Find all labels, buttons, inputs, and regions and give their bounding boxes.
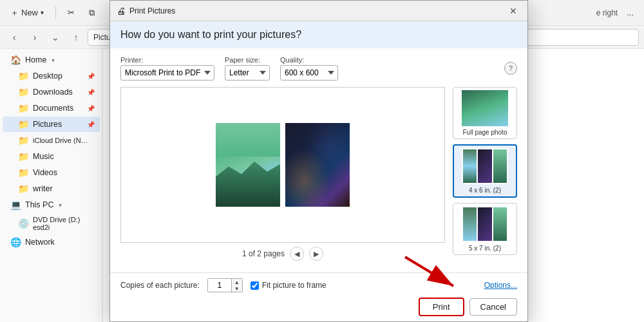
music-icon: 📁: [18, 151, 29, 162]
expand-icon: ▾: [52, 57, 55, 64]
layout-label-full: Full page photo: [463, 129, 507, 136]
home-icon: 🏠: [10, 55, 21, 65]
sidebar-item-music[interactable]: 📁 Music: [3, 149, 100, 164]
network-icon: 🌐: [10, 237, 21, 247]
footer-row2: Print Cancel: [120, 298, 517, 316]
toolbar-sep-1: [55, 6, 56, 19]
thumb-4x6-inner: [463, 149, 507, 183]
copies-label: Copies of each picture:: [120, 281, 200, 290]
new-button[interactable]: ＋ New ▾: [5, 5, 49, 21]
printer-row: Printer: Microsoft Print to PDF Paper si…: [120, 56, 517, 80]
copies-input-wrap: ▲ ▼: [207, 278, 243, 292]
copy-button[interactable]: ⧉: [84, 5, 100, 21]
up-button[interactable]: ↑: [67, 28, 85, 46]
dialog-close-button[interactable]: ✕: [506, 3, 521, 19]
dialog-title: Print Pictures: [129, 6, 175, 15]
sidebar-item-pictures[interactable]: 📁 Pictures 📌: [3, 117, 100, 132]
videos-icon: 📁: [18, 167, 29, 178]
copies-input[interactable]: [208, 279, 231, 292]
layout-option-5x7[interactable]: 5 x 7 in. (2): [453, 203, 517, 255]
dialog-icon: 🖨: [117, 6, 126, 16]
dialog-footer: Copies of each picture: ▲ ▼ Fit picture …: [110, 272, 527, 321]
sidebar-label-desktop: Desktop: [33, 71, 62, 80]
sidebar-item-desktop[interactable]: 📁 Desktop 📌: [3, 68, 100, 84]
sidebar-label-dvd: DVD Drive (D:) esd2i: [33, 216, 95, 231]
preview-images: [209, 117, 356, 213]
sidebar-label-writer: writer: [33, 184, 53, 193]
sidebar-label-pictures: Pictures: [33, 120, 62, 129]
printer-select[interactable]: Microsoft Print to PDF: [120, 65, 214, 80]
help-button[interactable]: ?: [504, 62, 517, 75]
dialog-heading: How do you want to print your pictures?: [120, 29, 301, 40]
sidebar: 🏠 Home ▾ 📁 Desktop 📌 📁 Downloads 📌 📁 Doc…: [0, 49, 103, 322]
thumb-strip-1: [463, 149, 477, 183]
options-link[interactable]: Options...: [484, 281, 517, 290]
desktop-icon: 📁: [18, 71, 29, 81]
sidebar-label-thispc: This PC: [25, 200, 53, 209]
right-label: e right: [596, 8, 618, 17]
sidebar-item-writer[interactable]: 📁 writer: [3, 181, 100, 196]
preview-image-1: [216, 123, 280, 207]
print-dialog: 🖨 Print Pictures ✕ How do you want to pr…: [109, 0, 528, 322]
quality-select[interactable]: 600 x 600: [280, 65, 338, 80]
toolbar-right: e right ...: [596, 5, 639, 20]
layout-label-4x6: 4 x 6 in. (2): [469, 187, 501, 194]
preview-layout: 1 of 2 pages ◀ ▶ Full page photo: [120, 87, 517, 265]
layout-thumb-5x7: [462, 206, 508, 242]
sidebar-item-icloud[interactable]: 📁 iCloud Drive (N…: [3, 133, 100, 148]
page-nav-label: 1 of 2 pages: [242, 249, 285, 258]
back-button[interactable]: ‹: [5, 28, 23, 46]
preview-area: 1 of 2 pages ◀ ▶: [120, 87, 445, 265]
footer-row1: Copies of each picture: ▲ ▼ Fit picture …: [120, 278, 517, 292]
down-button[interactable]: ⌄: [46, 28, 64, 46]
layout-thumb-full: [462, 90, 508, 126]
paper-group: Paper size: Letter: [225, 56, 270, 80]
copies-spin: ▲ ▼: [231, 279, 242, 292]
paper-select[interactable]: Letter: [225, 65, 270, 80]
downloads-icon: 📁: [18, 87, 29, 97]
thumb-5x7-inner: [463, 207, 507, 241]
preview-page: [120, 87, 445, 243]
prev-page-button[interactable]: ◀: [290, 247, 304, 261]
printer-label: Printer:: [120, 56, 214, 64]
print-button[interactable]: Print: [419, 298, 464, 316]
more-button[interactable]: ...: [621, 5, 639, 20]
sidebar-label-icloud: iCloud Drive (N…: [33, 137, 88, 144]
dialog-header: How do you want to print your pictures?: [110, 21, 527, 48]
icloud-icon: 📁: [18, 135, 29, 146]
sidebar-label-home: Home: [25, 55, 46, 64]
sidebar-label-videos: Videos: [33, 168, 57, 177]
copies-up-button[interactable]: ▲: [232, 279, 242, 285]
sidebar-item-downloads[interactable]: 📁 Downloads 📌: [3, 84, 100, 100]
copies-down-button[interactable]: ▼: [232, 285, 242, 292]
quality-group: Quality: 600 x 600: [280, 56, 338, 80]
pin-icon-desktop: 📌: [87, 73, 95, 80]
cancel-button[interactable]: Cancel: [469, 298, 517, 316]
preview-image-2: [285, 123, 350, 207]
sidebar-item-home[interactable]: 🏠 Home ▾: [3, 52, 100, 68]
sidebar-item-thispc[interactable]: 💻 This PC ▾: [3, 197, 100, 213]
thumb-strip-5x7-3: [493, 207, 507, 241]
layout-label-5x7: 5 x 7 in. (2): [469, 245, 501, 252]
layout-option-4x6[interactable]: 4 x 6 in. (2): [453, 144, 517, 198]
sidebar-item-videos[interactable]: 📁 Videos: [3, 165, 100, 180]
sidebar-label-music: Music: [33, 152, 54, 161]
new-icon: ＋: [10, 7, 19, 19]
layout-panel: Full page photo 4 x 6 in. (2): [453, 87, 517, 265]
page-nav: 1 of 2 pages ◀ ▶: [120, 243, 445, 265]
sidebar-item-dvd[interactable]: 💿 DVD Drive (D:) esd2i: [3, 213, 100, 234]
thispc-expand-icon: ▾: [59, 202, 62, 209]
cut-button[interactable]: ✂: [62, 5, 80, 20]
quality-label: Quality:: [280, 56, 338, 64]
sidebar-item-documents[interactable]: 📁 Documents 📌: [3, 100, 100, 116]
fit-checkbox[interactable]: [251, 281, 259, 290]
layout-thumb-4x6: [462, 148, 508, 184]
sidebar-item-network[interactable]: 🌐 Network: [3, 234, 100, 250]
writer-icon: 📁: [18, 184, 29, 194]
next-page-button[interactable]: ▶: [309, 247, 323, 261]
layout-option-full-page[interactable]: Full page photo: [453, 87, 517, 139]
forward-button[interactable]: ›: [26, 28, 44, 46]
thumb-strip-5x7-1: [463, 207, 477, 241]
sidebar-label-network: Network: [25, 238, 55, 247]
fit-checkbox-wrap[interactable]: Fit picture to frame: [251, 281, 327, 290]
